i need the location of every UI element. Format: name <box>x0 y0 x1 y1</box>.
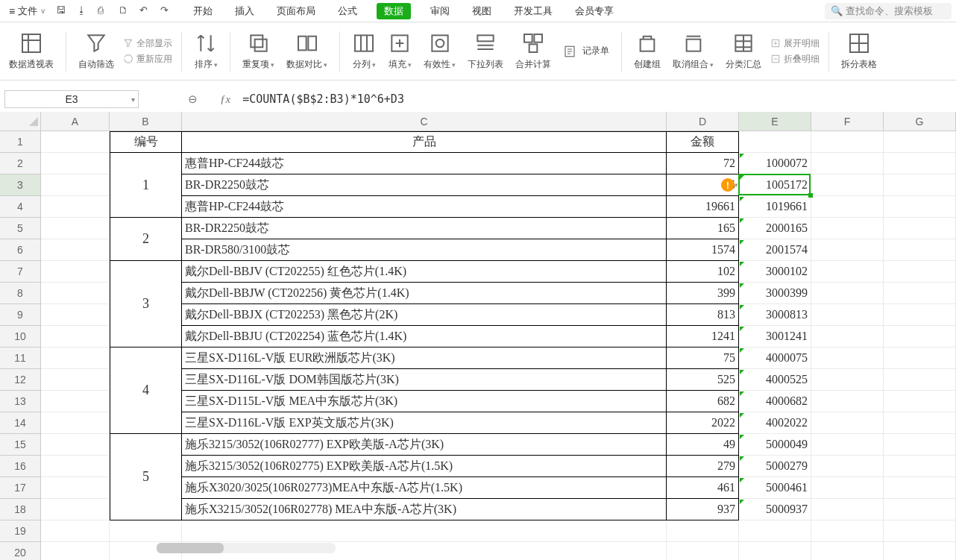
row-header-8[interactable]: 8 <box>0 283 41 304</box>
undo-icon[interactable]: ↶ <box>139 4 153 18</box>
cell-D14[interactable]: 2022 <box>667 412 739 434</box>
cell-D7[interactable]: 102 <box>667 261 739 283</box>
cell-D10[interactable]: 1241 <box>667 326 739 347</box>
cell-C2[interactable]: 惠普HP-CF244鼓芯 <box>182 153 667 174</box>
cell-E18[interactable]: 5000937 <box>739 499 811 520</box>
dropdown-button[interactable]: 下拉列表 <box>465 31 506 71</box>
row-header-17[interactable]: 17 <box>0 477 41 499</box>
cell-F16[interactable] <box>811 456 884 477</box>
cell-F5[interactable] <box>811 218 884 239</box>
cell-A14[interactable] <box>41 412 110 434</box>
cell-E20[interactable] <box>739 542 811 560</box>
cell-D8[interactable]: 399 <box>667 283 739 304</box>
zoom-out-icon[interactable]: ⊖ <box>188 92 198 106</box>
cell-E17[interactable]: 5000461 <box>739 477 811 499</box>
name-box[interactable]: E3 ▾ <box>4 90 139 108</box>
consolidate-button[interactable]: 合并计算 <box>512 31 554 71</box>
cell-A17[interactable] <box>41 477 110 499</box>
valid-button[interactable]: 有效性▾ <box>421 31 459 71</box>
cell-D19[interactable] <box>667 520 739 542</box>
cell-F13[interactable] <box>811 391 884 412</box>
cell-A18[interactable] <box>41 499 110 520</box>
row-header-9[interactable]: 9 <box>0 304 41 326</box>
row-header-15[interactable]: 15 <box>0 434 41 456</box>
cell-F17[interactable] <box>811 477 884 499</box>
record-button[interactable]: 记录单 <box>560 45 612 58</box>
expand-button[interactable]: 展开明细 <box>770 37 820 50</box>
cell-A7[interactable] <box>41 261 110 283</box>
cell-E3[interactable]: 1005172 <box>739 174 811 196</box>
cell-E2[interactable]: 1000072 <box>739 153 811 174</box>
cell-G20[interactable] <box>884 542 956 560</box>
cell-G2[interactable] <box>884 153 956 174</box>
splitt-button[interactable]: 拆分表格 <box>838 31 880 71</box>
cell-A11[interactable] <box>41 347 110 369</box>
ribbon-tab-4[interactable]: 数据 <box>377 3 411 19</box>
row-header-10[interactable]: 10 <box>0 326 41 347</box>
cell-E9[interactable]: 3000813 <box>739 304 811 326</box>
cell-G14[interactable] <box>884 412 956 434</box>
cell-A1[interactable] <box>41 131 110 153</box>
cell-E15[interactable]: 5000049 <box>739 434 811 456</box>
cell-A9[interactable] <box>41 304 110 326</box>
cell-G16[interactable] <box>884 456 956 477</box>
row-header-5[interactable]: 5 <box>0 218 41 239</box>
cell-C12[interactable]: 三星SX-D116L-V版 DOM韩国版芯片(3K) <box>182 369 667 391</box>
filter-button[interactable]: 自动筛选 <box>75 31 117 71</box>
row-header-13[interactable]: 13 <box>0 391 41 412</box>
cell-F2[interactable] <box>811 153 884 174</box>
cell-A20[interactable] <box>41 542 110 560</box>
cell-C10[interactable]: 戴尔Dell-BBJU (CT202254) 蓝色芯片(1.4K) <box>182 326 667 347</box>
row-header-19[interactable]: 19 <box>0 520 41 542</box>
row-header-4[interactable]: 4 <box>0 196 41 218</box>
cell-D15[interactable]: 49 <box>667 434 739 456</box>
cell-C7[interactable]: 戴尔Dell-BBJV (CT202255) 红色芯片(1.4K) <box>182 261 667 283</box>
pivot-button[interactable]: 数据透视表 <box>6 31 57 71</box>
cell-B5[interactable]: 2 <box>110 218 182 261</box>
group-button[interactable]: 创建组 <box>631 31 664 71</box>
row-header-7[interactable]: 7 <box>0 261 41 283</box>
cell-C4[interactable]: 惠普HP-CF244鼓芯 <box>182 196 667 218</box>
cell-F20[interactable] <box>811 542 884 560</box>
cell-A16[interactable] <box>41 456 110 477</box>
reapply-button[interactable]: 重新应用 <box>123 53 172 66</box>
error-badge[interactable]: ! <box>721 178 735 192</box>
cell-F19[interactable] <box>811 520 884 542</box>
cell-G3[interactable] <box>884 174 956 196</box>
cell-D13[interactable]: 682 <box>667 391 739 412</box>
col-header-E[interactable]: E <box>739 112 811 131</box>
cell-G13[interactable] <box>884 391 956 412</box>
cell-F9[interactable] <box>811 304 884 326</box>
formula-input[interactable]: =COUNTA($B$2:B3)*10^6+D3 <box>242 92 952 106</box>
cell-F6[interactable] <box>811 239 884 261</box>
cell-G10[interactable] <box>884 326 956 347</box>
cell-C13[interactable]: 三星SX-D115L-V版 MEA中东版芯片(3K) <box>182 391 667 412</box>
select-all-corner[interactable] <box>0 112 41 131</box>
saveas-icon[interactable]: ⭳ <box>77 4 90 18</box>
cell-C18[interactable]: 施乐X3215/3052(106R02778) MEA中东版-A芯片(3K) <box>182 499 667 520</box>
col-header-G[interactable]: G <box>884 112 956 131</box>
cell-E12[interactable]: 4000525 <box>739 369 811 391</box>
ribbon-tab-2[interactable]: 页面布局 <box>274 3 318 19</box>
cell-E16[interactable]: 5000279 <box>739 456 811 477</box>
preview-icon[interactable]: 🗋 <box>119 4 132 18</box>
cell-A13[interactable] <box>41 391 110 412</box>
cell-F7[interactable] <box>811 261 884 283</box>
cell-B11[interactable]: 4 <box>110 347 182 434</box>
cell-F4[interactable] <box>811 196 884 218</box>
cell-D11[interactable]: 75 <box>667 347 739 369</box>
cell-G19[interactable] <box>884 520 956 542</box>
print-icon[interactable]: ⎙ <box>98 4 111 18</box>
cell-E1[interactable] <box>739 131 811 153</box>
collapse-button[interactable]: 折叠明细 <box>770 53 820 66</box>
col-header-B[interactable]: B <box>110 112 182 131</box>
cell-G17[interactable] <box>884 477 956 499</box>
header-b[interactable]: 编号 <box>110 131 182 153</box>
cell-G9[interactable] <box>884 304 956 326</box>
save-icon[interactable]: 🖫 <box>56 4 69 18</box>
cell-D16[interactable]: 279 <box>667 456 739 477</box>
row-header-1[interactable]: 1 <box>0 131 41 153</box>
cell-F8[interactable] <box>811 283 884 304</box>
row-header-14[interactable]: 14 <box>0 412 41 434</box>
ribbon-tab-3[interactable]: 公式 <box>335 3 360 19</box>
